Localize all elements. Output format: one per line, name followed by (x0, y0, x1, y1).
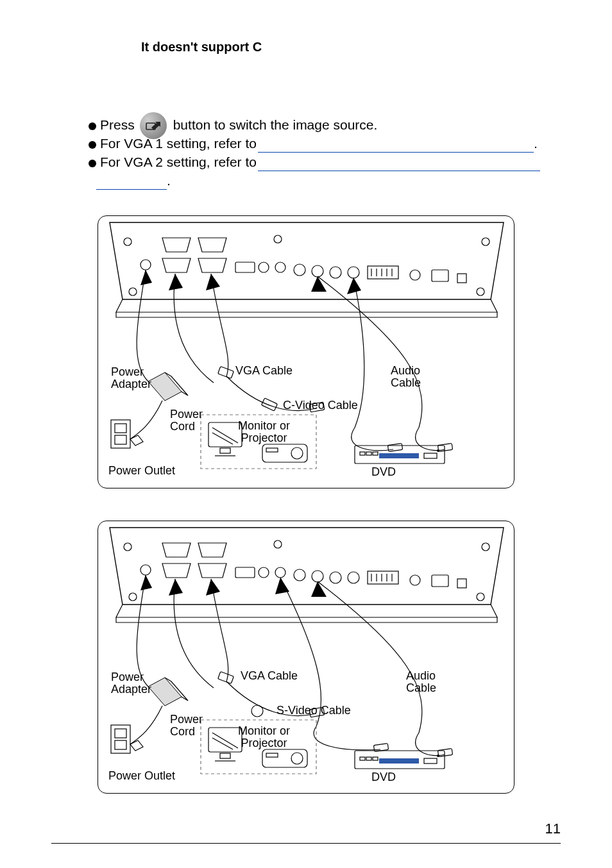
label-cvideo-cable: C-Video Cable (283, 399, 358, 412)
svg-rect-85 (220, 753, 230, 758)
press-post: button to switch the image source. (173, 117, 378, 134)
svg-rect-30 (115, 435, 126, 444)
label-dvd: DVD (371, 466, 396, 479)
footer-rule (51, 843, 561, 844)
svg-rect-95 (424, 758, 437, 764)
label-audio-cable: Audio Cable (391, 365, 421, 390)
section-heading: It doesn't support C (141, 40, 561, 54)
svg-point-37 (291, 447, 303, 459)
bullet-row-3b: . (51, 172, 561, 190)
label-vga-cable: VGA Cable (241, 670, 298, 683)
label-svideo-cable: S-Video Cable (276, 705, 351, 717)
svg-rect-35 (220, 448, 230, 453)
svg-rect-92 (366, 757, 371, 760)
vga1-text: For VGA 1 setting, refer to (100, 135, 257, 153)
bullet-row-3: For VGA 2 setting, refer to (51, 154, 561, 171)
label-monitor-projector: Monitor or Projector (238, 725, 290, 751)
svg-rect-40 (379, 453, 419, 458)
svg-rect-90 (379, 758, 419, 764)
label-vga-cable: VGA Cable (235, 365, 293, 378)
vga1-link-blank[interactable] (258, 141, 534, 153)
connection-diagram-cvideo: Power Adapter Power Cord Power Outlet VG… (98, 215, 514, 488)
svg-rect-41 (360, 452, 365, 455)
label-power-cord: Power Cord (170, 714, 203, 739)
svg-rect-80 (115, 740, 126, 749)
bullet-icon (89, 141, 96, 149)
diagram-svg (98, 216, 514, 488)
svg-rect-43 (373, 452, 378, 455)
bullet-row-2: For VGA 1 setting, refer to . (51, 135, 561, 153)
svg-rect-32 (208, 422, 242, 447)
label-power-adapter: Power Adapter (111, 366, 151, 392)
svg-rect-86 (262, 749, 307, 767)
svg-rect-82 (208, 728, 242, 752)
bullet-icon (89, 160, 96, 167)
svg-rect-42 (366, 452, 371, 455)
page-number: 11 (545, 821, 561, 837)
label-audio-cable: Audio Cable (406, 670, 436, 696)
diagram-area: Power Adapter Power Cord Power Outlet VG… (51, 215, 561, 794)
svg-rect-36 (262, 444, 307, 462)
bullet-row-1: Press button to switch the image source. (51, 110, 561, 134)
vga2-link-blank-cont[interactable] (96, 178, 167, 190)
svg-rect-38 (266, 448, 278, 452)
svg-rect-79 (115, 729, 126, 738)
label-power-adapter: Power Adapter (111, 671, 151, 697)
bullet-icon (89, 122, 96, 130)
source-button-icon (140, 112, 167, 139)
diagram-svg (98, 521, 514, 794)
label-power-cord: Power Cord (170, 408, 203, 434)
svg-point-87 (291, 753, 303, 764)
label-dvd: DVD (371, 771, 396, 784)
label-power-outlet: Power Outlet (108, 465, 175, 478)
instruction-block: Press button to switch the image source.… (51, 110, 561, 190)
svg-rect-96 (218, 671, 234, 683)
svg-rect-48 (261, 398, 277, 411)
svg-rect-46 (218, 366, 234, 378)
svg-rect-93 (373, 757, 378, 760)
svg-rect-88 (266, 753, 278, 757)
vga2-link-blank[interactable] (258, 160, 540, 171)
connection-diagram-svideo: Power Adapter Power Cord Power Outlet VG… (98, 521, 514, 794)
svg-rect-29 (115, 424, 126, 433)
press-text: Press (100, 117, 135, 134)
svg-rect-49 (387, 443, 402, 451)
svg-rect-45 (424, 453, 437, 458)
label-power-outlet: Power Outlet (108, 770, 175, 783)
vga2-text: For VGA 2 setting, refer to (100, 154, 257, 171)
svg-rect-91 (360, 757, 365, 760)
period: . (167, 172, 171, 190)
period: . (534, 135, 538, 153)
manual-page: It doesn't support C Press button to swi… (0, 0, 612, 868)
svg-point-98 (251, 705, 263, 717)
label-monitor-projector: Monitor or Projector (238, 420, 290, 446)
